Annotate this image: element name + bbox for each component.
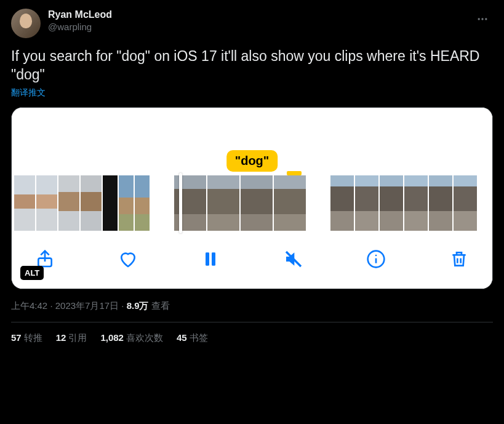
- info-button[interactable]: [365, 248, 387, 270]
- info-icon: [366, 249, 386, 269]
- clip-thumbnail: [454, 175, 477, 231]
- like-button[interactable]: [117, 248, 139, 270]
- tweet-header: Ryan McLeod @warpling: [11, 9, 493, 38]
- more-options-button[interactable]: [472, 9, 493, 30]
- clip-thumbnail: [380, 175, 403, 231]
- clip-thumbnail: [241, 175, 273, 231]
- playhead[interactable]: [179, 173, 182, 233]
- clip-group[interactable]: [174, 175, 306, 231]
- view-label: 查看: [151, 300, 170, 311]
- clip-thumbnail: [274, 175, 306, 231]
- engagement-stats: 57转推 12引用 1,082喜欢次数 45书签: [11, 322, 493, 344]
- clip-thumbnail: [355, 175, 378, 231]
- translate-link[interactable]: 翻译推文: [11, 87, 493, 98]
- pause-icon: [201, 249, 220, 269]
- svg-rect-5: [212, 252, 215, 265]
- clip-thumbnail: [103, 175, 118, 231]
- mute-button[interactable]: [282, 248, 305, 270]
- media-attachment[interactable]: "dog": [11, 107, 493, 289]
- video-timeline[interactable]: [12, 175, 492, 231]
- clip-thumbnail: [429, 175, 452, 231]
- tweet-text: If you search for "dog" on iOS 17 it'll …: [11, 47, 493, 84]
- pause-button[interactable]: [199, 248, 222, 270]
- trash-icon: [449, 249, 469, 269]
- clip-thumbnail: [14, 175, 35, 231]
- media-top-area: "dog": [12, 108, 492, 175]
- clip-thumbnail: [207, 175, 239, 231]
- user-handle: @warpling: [48, 21, 472, 33]
- speaker-muted-icon: [284, 249, 303, 269]
- clip-group[interactable]: [14, 175, 150, 231]
- badge-marker: [287, 171, 302, 175]
- avatar[interactable]: [11, 9, 41, 38]
- tweet-time: 上午4:42: [11, 300, 47, 311]
- quotes-stat[interactable]: 12引用: [56, 332, 87, 344]
- delete-button[interactable]: [448, 248, 470, 270]
- likes-stat[interactable]: 1,082喜欢次数: [100, 332, 163, 344]
- bookmarks-stat[interactable]: 45书签: [177, 332, 208, 344]
- clip-thumbnail: [135, 175, 150, 231]
- clip-group[interactable]: [330, 175, 477, 231]
- svg-point-0: [478, 18, 480, 20]
- author-block[interactable]: Ryan McLeod @warpling: [48, 9, 472, 33]
- tweet-metadata[interactable]: 上午4:42 · 2023年7月17日 · 8.9万 查看: [11, 300, 493, 312]
- search-term-badge: "dog": [226, 150, 278, 172]
- svg-point-1: [481, 18, 483, 20]
- retweets-stat[interactable]: 57转推: [11, 332, 42, 344]
- display-name: Ryan McLeod: [48, 9, 472, 21]
- clip-thumbnail: [81, 175, 102, 231]
- svg-rect-4: [206, 252, 209, 265]
- clip-thumbnail: [58, 175, 79, 231]
- view-count: 8.9万: [127, 300, 149, 311]
- clip-thumbnail: [404, 175, 428, 231]
- tweet-container: Ryan McLeod @warpling If you search for …: [0, 0, 504, 353]
- ellipsis-icon: [476, 13, 489, 25]
- media-controls: [12, 231, 492, 289]
- clip-thumbnail: [330, 175, 354, 231]
- heart-icon: [118, 249, 138, 269]
- clip-thumbnail: [119, 175, 134, 231]
- alt-text-badge[interactable]: ALT: [20, 266, 44, 280]
- tweet-date: 2023年7月17日: [55, 300, 119, 311]
- clip-thumbnail: [36, 175, 57, 231]
- svg-point-9: [375, 255, 377, 257]
- svg-point-2: [485, 18, 487, 20]
